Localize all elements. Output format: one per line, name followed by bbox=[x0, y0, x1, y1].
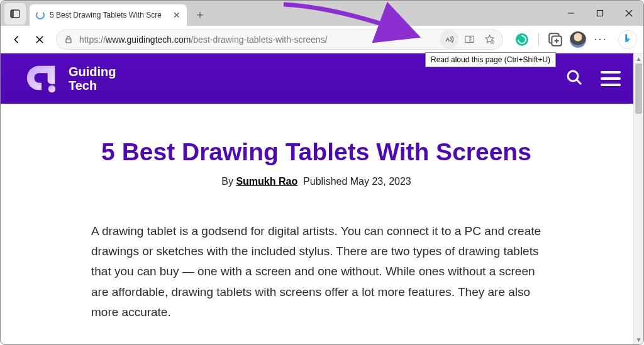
article: 5 Best Drawing Tablets With Screens By S… bbox=[1, 104, 630, 345]
search-button[interactable] bbox=[565, 68, 583, 89]
svg-text:A: A bbox=[445, 36, 450, 43]
svg-line-15 bbox=[577, 80, 581, 84]
maximize-button[interactable] bbox=[586, 1, 614, 26]
browser-titlebar: 5 Best Drawing Tablets With Scre ✕ ＋ bbox=[1, 1, 643, 26]
window-controls bbox=[557, 1, 643, 26]
tab-title: 5 Best Drawing Tablets With Scre bbox=[50, 11, 172, 19]
gt-logo-icon bbox=[23, 62, 60, 96]
tab-actions-button[interactable] bbox=[4, 3, 26, 25]
browser-toolbar: https://www.guidingtech.com/best-drawing… bbox=[1, 26, 643, 53]
header-actions bbox=[565, 68, 621, 89]
svg-point-13 bbox=[48, 85, 56, 93]
back-button[interactable] bbox=[7, 30, 27, 50]
address-bar[interactable]: https://www.guidingtech.com/best-drawing… bbox=[56, 30, 503, 50]
vertical-scrollbar[interactable]: ▲ ▼ bbox=[633, 53, 643, 344]
tab-close-button[interactable]: ✕ bbox=[172, 10, 182, 20]
settings-menu-button[interactable]: ··· bbox=[592, 31, 609, 48]
browser-tab[interactable]: 5 Best Drawing Tablets With Scre ✕ bbox=[30, 4, 187, 26]
site-name: Guiding Tech bbox=[69, 65, 116, 92]
article-body: A drawing tablet is a godsend for digita… bbox=[91, 221, 541, 322]
svg-rect-6 bbox=[66, 39, 71, 43]
page-viewport: Guiding Tech 5 Best Drawing Tablets With… bbox=[1, 53, 643, 345]
scroll-down-arrow[interactable]: ▼ bbox=[634, 334, 643, 344]
profile-avatar[interactable] bbox=[569, 31, 587, 48]
author-link[interactable]: Sumukh Rao bbox=[236, 176, 297, 187]
scrollbar-thumb[interactable] bbox=[635, 63, 642, 114]
article-title: 5 Best Drawing Tablets With Screens bbox=[91, 138, 541, 167]
site-info-lock-icon[interactable] bbox=[63, 34, 74, 45]
read-aloud-tooltip: Read aloud this page (Ctrl+Shift+U) bbox=[425, 52, 556, 67]
stop-button[interactable] bbox=[30, 30, 50, 50]
favorites-button[interactable] bbox=[480, 30, 499, 49]
toolbar-right: ··· bbox=[513, 30, 637, 49]
collections-button[interactable] bbox=[547, 31, 564, 48]
close-window-button[interactable] bbox=[614, 1, 643, 26]
read-aloud-button[interactable]: A bbox=[440, 30, 458, 49]
svg-rect-1 bbox=[11, 10, 14, 18]
toolbar-divider bbox=[538, 33, 539, 46]
site-logo[interactable]: Guiding Tech bbox=[23, 62, 116, 96]
menu-button[interactable] bbox=[601, 71, 621, 86]
svg-point-14 bbox=[568, 71, 578, 81]
address-bar-actions: A bbox=[440, 30, 499, 49]
article-byline: By Sumukh Rao Published May 23, 2023 bbox=[91, 176, 541, 187]
url-text: https://www.guidingtech.com/best-drawing… bbox=[79, 35, 440, 45]
publish-date: May 23, 2023 bbox=[350, 176, 411, 187]
scroll-up-arrow[interactable]: ▲ bbox=[634, 53, 643, 63]
reader-mode-button[interactable] bbox=[460, 30, 479, 49]
bing-button[interactable] bbox=[618, 30, 637, 49]
new-tab-button[interactable]: ＋ bbox=[191, 5, 209, 24]
svg-rect-8 bbox=[465, 36, 470, 42]
grammarly-extension-icon[interactable] bbox=[513, 31, 531, 48]
minimize-button[interactable] bbox=[557, 1, 586, 26]
svg-rect-3 bbox=[597, 11, 603, 16]
loading-spinner-icon bbox=[36, 11, 45, 19]
